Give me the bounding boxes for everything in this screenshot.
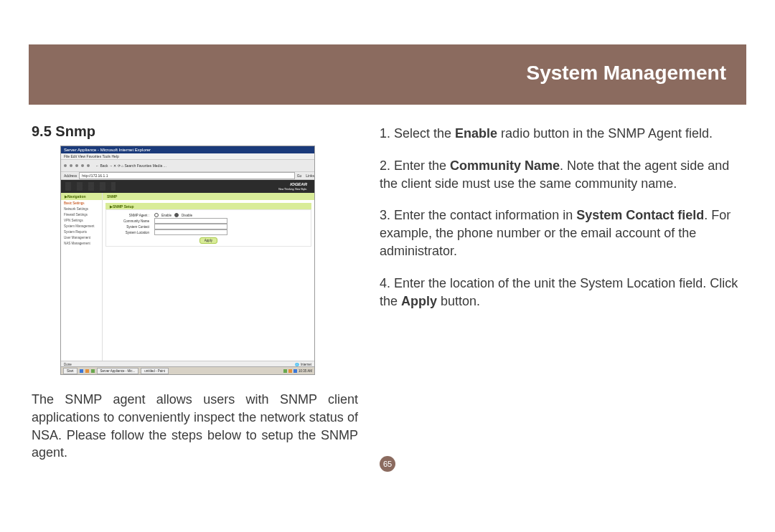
- sidebar-item-reports[interactable]: System Reports: [61, 229, 102, 234]
- label-snmp-agent: SNMP Agent :: [111, 214, 151, 217]
- input-community[interactable]: [154, 218, 227, 224]
- radio-disable[interactable]: [174, 213, 179, 217]
- input-location[interactable]: [154, 229, 227, 235]
- embedded-screenshot: Server Appliance - Microsoft Internet Ex…: [60, 146, 315, 375]
- address-label: Address: [64, 174, 77, 178]
- page-number-badge: 65: [380, 456, 395, 472]
- status-left: Done: [64, 363, 72, 366]
- label-community: Community Name: [111, 219, 151, 223]
- sidebar-item-vpn[interactable]: VPN Settings: [61, 217, 102, 223]
- ql-icon[interactable]: [80, 369, 83, 373]
- taskbar-app-browser[interactable]: Server Appliance - Mic...: [97, 368, 139, 374]
- row-contact: System Contact: [111, 224, 306, 229]
- row-location: System Location: [111, 229, 306, 235]
- input-contact[interactable]: [154, 224, 227, 229]
- go-button[interactable]: Go: [297, 174, 302, 178]
- brand-logo: IOGEAR: [290, 182, 307, 186]
- home-icon[interactable]: [87, 164, 90, 167]
- banner-art: [65, 182, 116, 191]
- tray-clock: 10:35 AM: [299, 369, 312, 373]
- sidebar-item-sysmgmt[interactable]: System Management: [61, 223, 102, 229]
- window-titlebar: Server Appliance - Microsoft Internet Ex…: [61, 146, 314, 153]
- page-header-bar: System Management: [29, 44, 746, 105]
- status-right: 🌐 Internet: [295, 363, 311, 366]
- row-snmp-agent: SNMP Agent : Enable Disable: [111, 212, 306, 218]
- radio-enable[interactable]: [154, 213, 159, 217]
- sidebar-nav: ▶ Navigation Basic Settings Network Sett…: [61, 193, 103, 364]
- ql-icon-2[interactable]: [85, 369, 89, 373]
- sidebar-item-firewall[interactable]: Firewall Settings: [61, 212, 102, 217]
- address-bar: Address http://172.16.1.1 Go Links: [61, 172, 314, 180]
- main-header: SNMP: [103, 193, 314, 200]
- step-4: 4. Enter the location of the unit the Sy…: [380, 275, 743, 310]
- page-header-title: System Management: [526, 62, 726, 85]
- step-3: 3. Enter the contact information in Syst…: [380, 206, 743, 260]
- window-menubar: File Edit View Favorites Tools Help: [61, 153, 314, 160]
- address-input[interactable]: http://172.16.1.1: [79, 172, 294, 179]
- back-icon[interactable]: [64, 164, 67, 167]
- taskbar-app-paint[interactable]: untitled - Paint: [141, 368, 169, 374]
- start-button[interactable]: Start: [63, 368, 78, 374]
- os-taskbar: Start Server Appliance - Mic... untitled…: [61, 366, 314, 374]
- sidebar-item-usermgmt[interactable]: User Management: [61, 234, 102, 240]
- toolbar-text: ← Back → ✕ ⟳ ⌂ Search Favorites Media ..…: [95, 163, 166, 168]
- tray-icon-3[interactable]: [293, 369, 297, 373]
- radio-disable-label: Disable: [182, 214, 192, 217]
- brand-tagline: New Thinking. New Style.: [278, 188, 307, 191]
- stop-icon[interactable]: [75, 164, 78, 167]
- tray-icon-2[interactable]: [288, 369, 292, 373]
- links-label: Links: [306, 174, 314, 178]
- intro-paragraph: The SNMP agent allows users with SNMP cl…: [32, 391, 358, 462]
- radio-enable-label: Enable: [161, 214, 172, 217]
- app-banner: IOGEAR New Thinking. New Style.: [61, 180, 314, 193]
- sidebar-item-basic[interactable]: Basic Settings: [61, 200, 102, 206]
- tray-icon[interactable]: [283, 369, 287, 373]
- label-contact: System Contact: [111, 225, 151, 229]
- sidebar-header: ▶ Navigation: [61, 193, 102, 200]
- ql-icon-3[interactable]: [91, 369, 95, 373]
- step-1: 1. Select the Enable radio button in the…: [380, 125, 743, 143]
- refresh-icon[interactable]: [81, 164, 84, 167]
- panel-header: ▶ SNMP Setup: [105, 203, 311, 209]
- label-location: System Location: [111, 231, 151, 234]
- forward-icon[interactable]: [70, 164, 72, 167]
- sidebar-item-network[interactable]: Network Settings: [61, 206, 102, 212]
- steps-list: 1. Select the Enable radio button in the…: [380, 125, 743, 310]
- sidebar-item-nas[interactable]: NAS Management: [61, 240, 102, 246]
- section-heading: 9.5 Snmp: [32, 123, 358, 140]
- browser-toolbar: ← Back → ✕ ⟳ ⌂ Search Favorites Media ..…: [61, 160, 314, 172]
- step-2: 2. Enter the Community Name. Note that t…: [380, 157, 743, 193]
- apply-button[interactable]: Apply: [199, 237, 217, 244]
- row-community: Community Name: [111, 218, 306, 224]
